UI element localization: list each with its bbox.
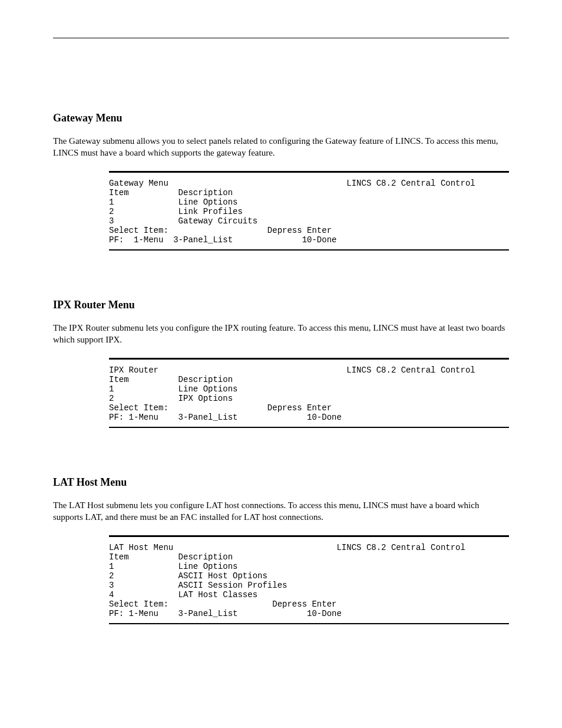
section-intro: The Gateway submenu allows you to select… (53, 135, 509, 159)
panel-pf: PF: 1-Menu 3-Panel_List 10-Done (109, 235, 336, 245)
panel-columns: Item Description (109, 188, 233, 197)
panel-row: 2 IPX Options (109, 394, 233, 403)
panel-row: 2 Link Profiles (109, 207, 243, 216)
section-ipx: IPX Router Menu The IPX Router submenu l… (53, 299, 509, 346)
panel-wrap: IPX Router LINCS C8.2 Central Control It… (0, 358, 562, 429)
spacer (0, 251, 562, 299)
panel-row: 1 Line Options (109, 562, 237, 571)
spacer (0, 38, 562, 112)
panel-row: 3 ASCII Session Profiles (109, 581, 287, 590)
panel-pf: PF: 1-Menu 3-Panel_List 10-Done (109, 413, 342, 422)
panel-columns: Item Description (109, 552, 233, 562)
section-intro: The LAT Host submenu lets you configure … (53, 499, 509, 523)
panel-row: 1 Line Options (109, 384, 237, 394)
panel-prompt: Select Item: Depress Enter (109, 403, 332, 413)
panel-header-right: LINCS C8.2 Central Control (336, 543, 465, 552)
section-lat: LAT Host Menu The LAT Host submenu lets … (53, 476, 509, 523)
panel-header-left: Gateway Menu (109, 179, 168, 188)
panel-row: 1 Line Options (109, 197, 237, 207)
panel-row: 4 LAT Host Classes (109, 590, 257, 599)
panel-prompt: Select Item: Depress Enter (109, 226, 332, 235)
section-title: Gateway Menu (53, 112, 509, 124)
panel-row: 2 ASCII Host Options (109, 571, 267, 581)
terminal-panel: Gateway Menu LINCS C8.2 Central Control … (109, 171, 509, 251)
section-title: LAT Host Menu (53, 476, 509, 489)
section-title: IPX Router Menu (53, 299, 509, 311)
spacer (0, 428, 562, 476)
panel-header-left: IPX Router (109, 365, 158, 375)
panel-columns: Item Description (109, 375, 233, 384)
section-gateway: Gateway Menu The Gateway submenu allows … (53, 112, 509, 159)
panel-pf: PF: 1-Menu 3-Panel_List 10-Done (109, 609, 342, 618)
section-intro: The IPX Router submenu lets you configur… (53, 322, 509, 346)
panel-header-left: LAT Host Menu (109, 543, 173, 552)
terminal-panel: IPX Router LINCS C8.2 Central Control It… (109, 358, 509, 429)
panel-wrap: LAT Host Menu LINCS C8.2 Central Control… (0, 535, 562, 625)
page-header-rule (53, 24, 509, 38)
panel-row: 3 Gateway Circuits (109, 216, 257, 226)
panel-prompt: Select Item: Depress Enter (109, 599, 336, 609)
panel-header-right: LINCS C8.2 Central Control (346, 179, 475, 188)
terminal-panel: LAT Host Menu LINCS C8.2 Central Control… (109, 535, 509, 625)
panel-wrap: Gateway Menu LINCS C8.2 Central Control … (0, 171, 562, 251)
panel-header-right: LINCS C8.2 Central Control (346, 365, 475, 375)
